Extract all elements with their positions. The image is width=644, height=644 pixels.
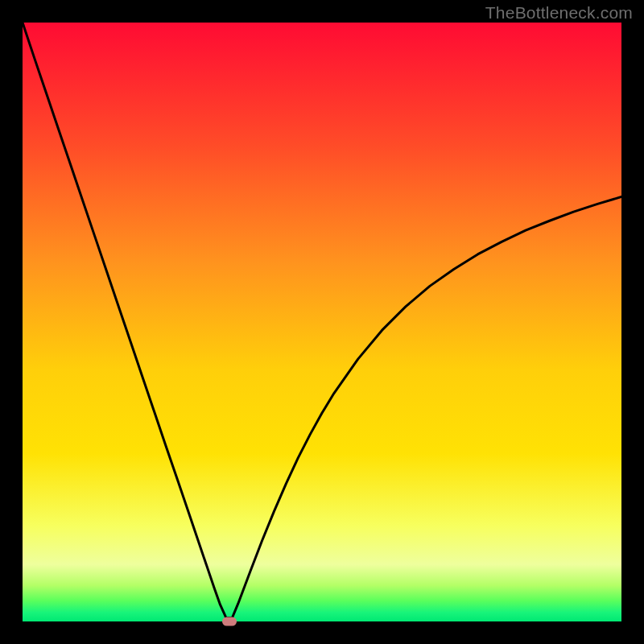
chart-frame <box>23 23 621 621</box>
gradient-background <box>23 23 621 621</box>
minimum-marker <box>222 617 237 626</box>
bottleneck-plot <box>23 23 621 621</box>
watermark-text: TheBottleneck.com <box>485 3 633 23</box>
